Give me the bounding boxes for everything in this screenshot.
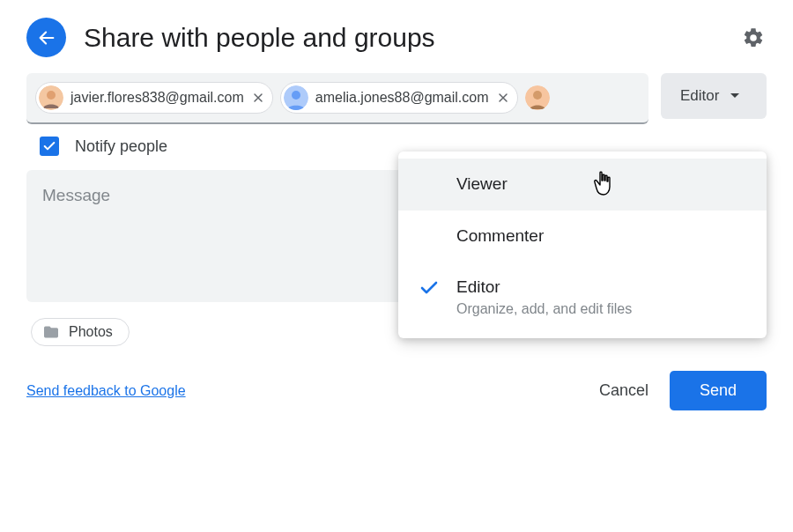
svg-point-5 (533, 91, 542, 100)
feedback-link[interactable]: Send feedback to Google (26, 383, 578, 399)
option-label: Viewer (456, 173, 747, 196)
role-option-commenter[interactable]: Commenter (398, 211, 767, 262)
option-label: Commenter (456, 225, 747, 248)
dialog-footer: Send feedback to Google Cancel Send (0, 346, 793, 410)
cancel-button[interactable]: Cancel (578, 373, 670, 409)
chip-remove-button[interactable] (496, 91, 510, 105)
gear-icon (742, 26, 765, 49)
role-dropdown: Viewer Commenter Editor Organize, add, a… (398, 151, 767, 338)
role-selector-label: Editor (680, 87, 719, 105)
people-row: javier.flores838@gmail.com amelia.jones8… (0, 73, 793, 124)
chevron-down-icon (730, 92, 740, 100)
pending-avatar (525, 85, 550, 110)
folder-icon (42, 325, 60, 339)
check-icon (419, 277, 440, 299)
close-icon (251, 91, 265, 105)
check-icon (42, 139, 56, 153)
chip-label: javier.flores838@gmail.com (70, 90, 244, 106)
send-button[interactable]: Send (670, 371, 767, 410)
notify-label: Notify people (75, 137, 167, 156)
avatar (39, 85, 63, 110)
role-option-editor[interactable]: Editor Organize, add, and edit files (398, 262, 767, 331)
role-option-viewer[interactable]: Viewer (398, 159, 767, 211)
option-label: Editor (456, 276, 747, 299)
person-chip[interactable]: amelia.jones88@gmail.com (280, 82, 518, 114)
close-icon (496, 91, 510, 105)
attachment-chip[interactable]: Photos (31, 318, 130, 346)
people-input[interactable]: javier.flores838@gmail.com amelia.jones8… (26, 73, 648, 124)
notify-checkbox[interactable] (40, 137, 59, 156)
svg-point-1 (47, 91, 56, 100)
role-selector-button[interactable]: Editor (661, 73, 767, 119)
chip-remove-button[interactable] (251, 91, 265, 105)
avatar (284, 85, 308, 110)
settings-button[interactable] (740, 25, 767, 51)
arrow-left-icon (37, 28, 56, 48)
back-button[interactable] (26, 18, 66, 57)
chip-label: amelia.jones88@gmail.com (315, 90, 489, 106)
dialog-title: Share with people and groups (84, 23, 740, 53)
option-subtitle: Organize, add, and edit files (456, 301, 747, 317)
option-check-slot (414, 225, 444, 226)
svg-point-3 (292, 91, 300, 100)
person-chip[interactable]: javier.flores838@gmail.com (35, 82, 273, 114)
share-dialog-header: Share with people and groups (0, 0, 793, 73)
option-check-slot (414, 276, 444, 299)
option-check-slot (414, 173, 444, 174)
attachment-label: Photos (69, 324, 113, 340)
